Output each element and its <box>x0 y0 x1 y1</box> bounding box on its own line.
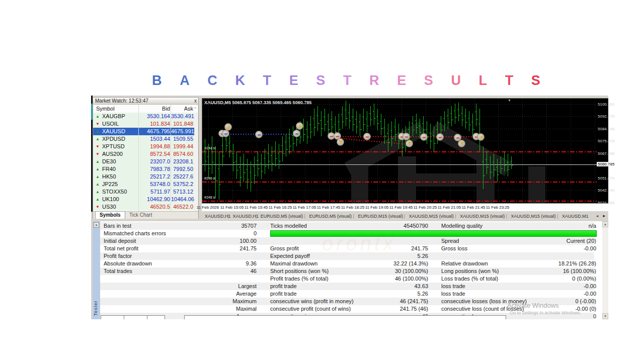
chart-tab[interactable]: XAUUSD,H1 <box>232 214 259 219</box>
ohlc-bar <box>208 144 209 179</box>
trade-marker-exit[interactable] <box>406 140 413 147</box>
scroll-up-icon[interactable]: ▲ <box>602 221 608 227</box>
market-watch-row[interactable]: ▼XPTUSD1994.881999.44 <box>93 143 194 150</box>
market-watch-row[interactable]: ▲JP22553748.053752.2 <box>93 180 194 188</box>
tester-row: Total trades46Short positions (won %)30 … <box>100 267 594 275</box>
chart-tab[interactable]: XAUUSD,M15 (visual) <box>460 214 505 219</box>
tabs-scroll-right-icon[interactable]: ▸ <box>603 213 605 218</box>
trade-marker-buy[interactable]: ◄► <box>255 131 263 138</box>
ohlc-close-tick <box>455 117 457 118</box>
trade-marker-exit[interactable] <box>477 133 485 141</box>
chart-tab[interactable]: XAUUSD,M1 <box>562 214 589 219</box>
trend-down-icon: ▼ <box>96 203 100 211</box>
close-icon[interactable]: x <box>94 222 99 228</box>
ohlc-open-tick <box>331 119 332 120</box>
tab-divider: | <box>227 214 228 219</box>
title-letter: E <box>289 72 298 88</box>
ohlc-bar <box>286 134 286 156</box>
trade-marker-sell[interactable]: ◄► <box>403 133 410 140</box>
grid-line-h <box>202 116 597 117</box>
title-letter: L <box>479 72 488 88</box>
trade-marker-sell[interactable]: ◄► <box>363 133 371 140</box>
bid-value: 101.834 <box>139 120 170 128</box>
ohlc-bar <box>356 111 357 134</box>
ohlc-bar <box>462 106 462 126</box>
ohlc-close-tick <box>265 166 267 166</box>
market-watch-row[interactable]: ▼USOIL101.834101.848 <box>93 120 194 128</box>
market-watch-row[interactable]: ▲DE3023207.023208.1 <box>93 158 194 165</box>
market-watch-row[interactable]: ▲FR407983.787992.50 <box>93 165 194 173</box>
ohlc-close-tick <box>311 132 312 132</box>
symbol-label: FR40 <box>102 165 116 173</box>
exit-arrow-icon <box>339 140 343 144</box>
trade-marker-buy[interactable]: ◄► <box>293 130 300 137</box>
market-watch-row[interactable]: ▲XAUGBP3530.1643530.491 <box>93 113 194 120</box>
price-axis-label: 5075.815 <box>598 139 614 143</box>
tester-bottom-tab[interactable] <box>101 315 165 319</box>
market-watch-row[interactable]: ▲STOXX505711.975713.12 <box>93 188 194 196</box>
tabs-scroll-left-icon[interactable]: ◂ <box>596 214 598 218</box>
scroll-down-icon[interactable]: ▼ <box>602 313 608 319</box>
column-symbol[interactable]: Symbol <box>96 105 115 112</box>
column-bid[interactable]: Bid <box>139 105 170 112</box>
market-watch-scrollbar[interactable] <box>194 113 198 211</box>
column-ask[interactable]: Ask <box>171 105 193 112</box>
ohlc-bar <box>307 121 307 144</box>
ohlc-bar <box>497 159 498 182</box>
stat-value: -0.00 <box>441 245 596 252</box>
ohlc-close-tick <box>476 119 478 120</box>
price-chart[interactable]: XAUUSD,M5 5065.975 5067.335 5069.465 506… <box>202 98 597 203</box>
trade-marker-sell[interactable]: ◄► <box>436 133 444 141</box>
ohlc-close-tick <box>269 161 270 161</box>
tester-scrollbar[interactable]: ▲ ▼ <box>602 221 608 319</box>
market-watch-row[interactable]: ▲XPDUSD1503.441509.55 <box>93 135 194 143</box>
tab-divider: | <box>304 214 305 219</box>
scroll-up-icon[interactable]: ^ <box>194 105 196 112</box>
chart-tab[interactable]: EURUSD,M5 (visual) <box>261 214 303 219</box>
grid-line-v <box>595 99 595 203</box>
ohlc-close-tick <box>212 162 214 162</box>
close-icon[interactable]: x <box>194 98 197 104</box>
trade-marker-exit[interactable] <box>458 140 465 147</box>
tab-symbols[interactable]: Symbols <box>95 211 125 219</box>
price-axis-label: 5067.485 <box>598 151 614 156</box>
ohlc-bar <box>251 161 251 192</box>
market-watch-row[interactable]: ▲HK5025217.225227.6 <box>93 173 194 180</box>
trade-marker-exit[interactable] <box>337 138 344 146</box>
stat-value: 45450790 <box>270 222 428 230</box>
ohlc-close-tick <box>272 163 274 164</box>
ohlc-bar <box>282 136 283 161</box>
trade-marker-buy[interactable]: ◄► <box>222 130 229 137</box>
market-watch-row[interactable]: ▲XAUUSD4675.7954675.991 <box>93 128 194 135</box>
ohlc-open-tick <box>376 116 378 117</box>
trade-marker-exit[interactable] <box>224 123 232 131</box>
ohlc-bar <box>427 121 427 144</box>
chart-tab[interactable]: EURUSD,M15 (visual) <box>358 214 403 219</box>
market-watch-row[interactable]: ▼US3046520.546522.0 <box>93 203 194 211</box>
market-watch-row[interactable]: ▲UK10010462.9010464.06 <box>93 196 194 203</box>
ohlc-open-tick <box>338 122 339 122</box>
ohlc-bar <box>458 103 459 121</box>
ohlc-open-tick <box>447 116 448 116</box>
trade-marker-sell[interactable]: ◄► <box>420 133 428 141</box>
chart-watermark-logo <box>351 166 368 203</box>
ohlc-bar <box>229 135 230 157</box>
ohlc-close-tick <box>290 146 291 146</box>
tester-bottom-tab[interactable] <box>184 315 506 319</box>
trade-marker-exit[interactable] <box>296 122 303 130</box>
chart-tab[interactable]: XAUUSD,H1 <box>205 214 231 219</box>
ohlc-close-tick <box>314 127 316 128</box>
chart-tab[interactable]: XAUUSD,M15 (visual) <box>409 214 454 219</box>
tab-tick-chart[interactable]: Tick Chart <box>126 212 155 218</box>
market-watch-row[interactable]: ▼AUS2008572.548574.60 <box>93 150 194 158</box>
trade-arrow-icon: ◄► <box>365 135 369 138</box>
ohlc-close-tick <box>459 115 460 116</box>
ohlc-open-tick <box>359 122 360 122</box>
title-letter: T <box>505 72 514 88</box>
chart-tab[interactable]: XAUUSD,M15 (visual) <box>511 214 556 219</box>
ohlc-open-tick <box>471 122 473 122</box>
ohlc-open-tick <box>450 113 452 114</box>
chart-tab[interactable]: EURUSD,M5 (visual) <box>309 214 352 219</box>
ohlc-bar <box>349 104 350 129</box>
ohlc-open-tick <box>500 162 501 163</box>
